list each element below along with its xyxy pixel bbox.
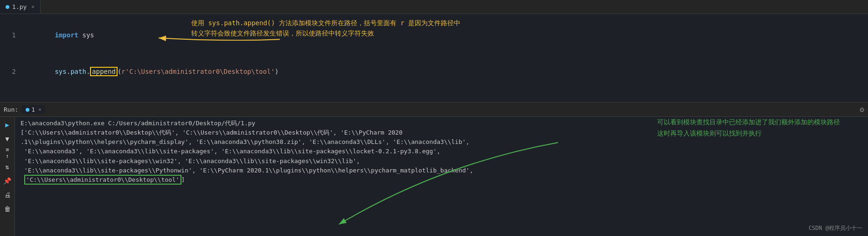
tab-close-btn[interactable]: × [31, 4, 35, 10]
tab-bar: 1.py × [0, 0, 868, 14]
run-label: Run: [4, 106, 18, 113]
run-output-line-1: ['C:\\Users\\administrator0\\Desktop\\代码… [19, 128, 864, 137]
run-print-btn[interactable]: 🖨 [2, 190, 13, 200]
str-r: r'C:\Users\administrator0\Desktop\tool' [121, 68, 275, 75]
run-list-btn[interactable]: ≡↑ [2, 148, 13, 158]
run-header-left: Run: 1 × [4, 105, 45, 114]
run-tab-name: 1 [31, 106, 35, 113]
csdn-badge: CSDN @程序员小十一 [809, 224, 862, 232]
code-content-1[interactable]: import sys [23, 17, 868, 53]
run-output-line-5: 'E:\\anaconda3\\lib\\site-packages\\Pyth… [19, 166, 864, 175]
paren-close: ) [275, 68, 278, 75]
run-exec-line: E:\anaconda3\python.exe C:/Users/adminis… [19, 119, 864, 128]
run-header: Run: 1 × ⚙ [0, 103, 868, 117]
code-syspath: sys [55, 68, 66, 75]
run-trash-btn[interactable]: 🗑 [2, 204, 13, 214]
run-down-btn[interactable]: ▼ [2, 134, 13, 144]
run-sort-btn[interactable]: ⇅ [2, 162, 13, 172]
code-content-2[interactable]: sys.path.append(r'C:\Users\administrator… [23, 53, 868, 90]
run-output-line-3: 'E:\\anaconda3', 'E:\\anaconda3\\lib\\si… [19, 147, 864, 156]
run-body: ▶ ▼ ≡↑ ⇅ 📌 🖨 🗑 E:\anaconda3\python.exe C… [0, 117, 868, 236]
run-output-line-2: .1\\plugins\\python\\helpers\\pycharm_di… [19, 137, 864, 147]
run-sidebar: ▶ ▼ ≡↑ ⇅ 📌 🖨 🗑 [0, 117, 15, 236]
dot1: . [67, 68, 70, 75]
tab-dot [6, 5, 9, 9]
tab-filename: 1.py [12, 3, 27, 10]
gear-icon[interactable]: ⚙ [860, 105, 864, 114]
run-output-line-6: 'C:\\Users\\administrator0\\Desktop\\too… [19, 175, 864, 185]
module-sys: sys [82, 31, 94, 39]
keyword-import: import [55, 31, 78, 39]
code-path: path [70, 68, 86, 75]
highlighted-tool-path: 'C:\\Users\\administrator0\\Desktop\\too… [24, 175, 181, 185]
editor-tab-1py[interactable]: 1.py × [0, 0, 41, 14]
run-tab-1[interactable]: 1 × [22, 105, 45, 114]
highlighted-append: append [90, 67, 118, 76]
run-play-btn[interactable]: ▶ [2, 120, 13, 130]
editor-container: 1.py × 1 import sys 2 sys.path.append(r'… [0, 0, 868, 103]
code-line-2: 2 sys.path.append(r'C:\Users\administrat… [0, 53, 868, 90]
code-line-1: 1 import sys [0, 17, 868, 53]
run-pin-btn[interactable]: 📌 [2, 176, 13, 186]
run-output-content[interactable]: E:\anaconda3\python.exe C:/Users/adminis… [15, 117, 868, 236]
line-number-1: 1 [0, 29, 23, 41]
run-tab-close[interactable]: × [38, 107, 42, 113]
run-tab-dot [26, 108, 29, 112]
run-output-line-4: 'E:\\anaconda3\\lib\\site-packages\\win3… [19, 157, 864, 166]
run-panel: Run: 1 × ⚙ ▶ ▼ ≡↑ ⇅ 📌 🖨 🗑 E:\anaconda3\p… [0, 103, 868, 236]
line-number-2: 2 [0, 65, 23, 78]
